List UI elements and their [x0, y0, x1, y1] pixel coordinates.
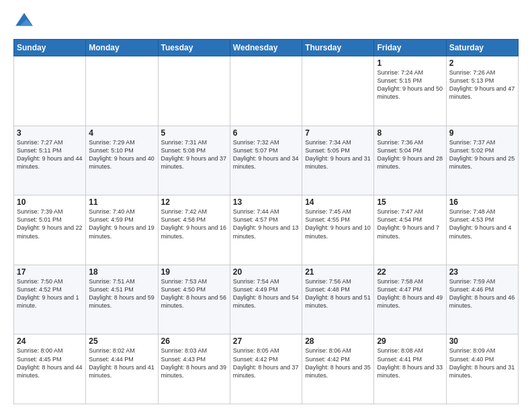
- day-number: 19: [161, 267, 227, 277]
- day-info: Sunrise: 7:24 AM Sunset: 5:15 PM Dayligh…: [377, 68, 443, 101]
- day-info: Sunrise: 7:26 AM Sunset: 5:13 PM Dayligh…: [449, 68, 515, 101]
- day-info: Sunrise: 7:37 AM Sunset: 5:02 PM Dayligh…: [449, 138, 515, 171]
- day-number: 25: [89, 336, 154, 346]
- calendar-header-friday: Friday: [374, 40, 446, 56]
- calendar-week-4: 17Sunrise: 7:50 AM Sunset: 4:52 PM Dayli…: [14, 265, 519, 334]
- day-number: 14: [305, 197, 371, 207]
- day-number: 30: [449, 336, 515, 346]
- calendar-cell: 3Sunrise: 7:27 AM Sunset: 5:11 PM Daylig…: [14, 126, 86, 195]
- calendar-cell: 24Sunrise: 8:00 AM Sunset: 4:45 PM Dayli…: [14, 334, 86, 404]
- calendar-cell: 30Sunrise: 8:09 AM Sunset: 4:40 PM Dayli…: [446, 334, 518, 404]
- day-number: 27: [233, 336, 299, 346]
- day-info: Sunrise: 7:45 AM Sunset: 4:55 PM Dayligh…: [305, 208, 371, 240]
- day-info: Sunrise: 7:51 AM Sunset: 4:51 PM Dayligh…: [89, 277, 154, 310]
- calendar-cell: 1Sunrise: 7:24 AM Sunset: 5:15 PM Daylig…: [374, 56, 446, 126]
- day-number: 21: [305, 267, 371, 277]
- calendar-cell: 22Sunrise: 7:58 AM Sunset: 4:47 PM Dayli…: [374, 265, 446, 334]
- day-number: 9: [449, 128, 515, 138]
- day-info: Sunrise: 8:02 AM Sunset: 4:44 PM Dayligh…: [89, 347, 154, 379]
- calendar-week-5: 24Sunrise: 8:00 AM Sunset: 4:45 PM Dayli…: [14, 334, 519, 404]
- calendar-cell: 20Sunrise: 7:54 AM Sunset: 4:49 PM Dayli…: [230, 265, 302, 334]
- calendar-cell: 10Sunrise: 7:39 AM Sunset: 5:01 PM Dayli…: [14, 195, 86, 265]
- day-number: 23: [449, 267, 515, 277]
- calendar-cell: [230, 56, 302, 126]
- day-number: 24: [17, 336, 83, 346]
- calendar-cell: 26Sunrise: 8:03 AM Sunset: 4:43 PM Dayli…: [158, 334, 230, 404]
- day-info: Sunrise: 7:34 AM Sunset: 5:05 PM Dayligh…: [305, 138, 371, 171]
- calendar-cell: 2Sunrise: 7:26 AM Sunset: 5:13 PM Daylig…: [446, 56, 518, 126]
- day-info: Sunrise: 7:48 AM Sunset: 4:53 PM Dayligh…: [449, 208, 515, 240]
- calendar-cell: 17Sunrise: 7:50 AM Sunset: 4:52 PM Dayli…: [14, 265, 86, 334]
- day-number: 16: [449, 197, 515, 207]
- calendar-cell: 9Sunrise: 7:37 AM Sunset: 5:02 PM Daylig…: [446, 126, 518, 195]
- day-info: Sunrise: 7:50 AM Sunset: 4:52 PM Dayligh…: [17, 277, 83, 310]
- day-info: Sunrise: 7:44 AM Sunset: 4:57 PM Dayligh…: [233, 208, 299, 240]
- calendar-cell: 14Sunrise: 7:45 AM Sunset: 4:55 PM Dayli…: [302, 195, 374, 265]
- calendar-cell: 5Sunrise: 7:31 AM Sunset: 5:08 PM Daylig…: [158, 126, 230, 195]
- day-number: 3: [17, 128, 83, 138]
- calendar-cell: 16Sunrise: 7:48 AM Sunset: 4:53 PM Dayli…: [446, 195, 518, 265]
- calendar-header-thursday: Thursday: [302, 40, 374, 56]
- day-number: 6: [233, 128, 299, 138]
- day-number: 15: [377, 197, 443, 207]
- calendar: SundayMondayTuesdayWednesdayThursdayFrid…: [13, 39, 519, 404]
- day-info: Sunrise: 7:58 AM Sunset: 4:47 PM Dayligh…: [377, 277, 443, 310]
- day-info: Sunrise: 8:06 AM Sunset: 4:42 PM Dayligh…: [305, 347, 371, 379]
- day-number: 20: [233, 267, 299, 277]
- day-info: Sunrise: 7:29 AM Sunset: 5:10 PM Dayligh…: [89, 138, 154, 171]
- calendar-week-1: 1Sunrise: 7:24 AM Sunset: 5:15 PM Daylig…: [14, 56, 519, 126]
- page: SundayMondayTuesdayWednesdayThursdayFrid…: [0, 0, 532, 411]
- calendar-cell: [158, 56, 230, 126]
- calendar-header-saturday: Saturday: [446, 40, 518, 56]
- calendar-cell: 6Sunrise: 7:32 AM Sunset: 5:07 PM Daylig…: [230, 126, 302, 195]
- day-number: 11: [89, 197, 154, 207]
- day-info: Sunrise: 7:31 AM Sunset: 5:08 PM Dayligh…: [161, 138, 227, 171]
- calendar-cell: 4Sunrise: 7:29 AM Sunset: 5:10 PM Daylig…: [86, 126, 158, 195]
- calendar-cell: 28Sunrise: 8:06 AM Sunset: 4:42 PM Dayli…: [302, 334, 374, 404]
- day-info: Sunrise: 8:09 AM Sunset: 4:40 PM Dayligh…: [449, 347, 515, 379]
- calendar-cell: 11Sunrise: 7:40 AM Sunset: 4:59 PM Dayli…: [86, 195, 158, 265]
- day-number: 10: [17, 197, 83, 207]
- day-info: Sunrise: 7:59 AM Sunset: 4:46 PM Dayligh…: [449, 277, 515, 310]
- logo-icon: [13, 11, 35, 32]
- calendar-cell: 8Sunrise: 7:36 AM Sunset: 5:04 PM Daylig…: [374, 126, 446, 195]
- calendar-cell: 23Sunrise: 7:59 AM Sunset: 4:46 PM Dayli…: [446, 265, 518, 334]
- day-info: Sunrise: 8:03 AM Sunset: 4:43 PM Dayligh…: [161, 347, 227, 379]
- day-info: Sunrise: 8:00 AM Sunset: 4:45 PM Dayligh…: [17, 347, 83, 379]
- day-number: 12: [161, 197, 227, 207]
- day-info: Sunrise: 7:39 AM Sunset: 5:01 PM Dayligh…: [17, 208, 83, 240]
- day-number: 13: [233, 197, 299, 207]
- calendar-header-wednesday: Wednesday: [230, 40, 302, 56]
- calendar-header-tuesday: Tuesday: [158, 40, 230, 56]
- day-info: Sunrise: 7:40 AM Sunset: 4:59 PM Dayligh…: [89, 208, 154, 240]
- day-info: Sunrise: 7:27 AM Sunset: 5:11 PM Dayligh…: [17, 138, 83, 171]
- calendar-header-monday: Monday: [86, 40, 158, 56]
- calendar-cell: 19Sunrise: 7:53 AM Sunset: 4:50 PM Dayli…: [158, 265, 230, 334]
- calendar-week-2: 3Sunrise: 7:27 AM Sunset: 5:11 PM Daylig…: [14, 126, 519, 195]
- day-number: 5: [161, 128, 227, 138]
- calendar-cell: 13Sunrise: 7:44 AM Sunset: 4:57 PM Dayli…: [230, 195, 302, 265]
- day-number: 7: [305, 128, 371, 138]
- day-info: Sunrise: 7:42 AM Sunset: 4:58 PM Dayligh…: [161, 208, 227, 240]
- day-number: 17: [17, 267, 83, 277]
- calendar-cell: 21Sunrise: 7:56 AM Sunset: 4:48 PM Dayli…: [302, 265, 374, 334]
- day-number: 18: [89, 267, 154, 277]
- calendar-cell: 18Sunrise: 7:51 AM Sunset: 4:51 PM Dayli…: [86, 265, 158, 334]
- day-number: 29: [377, 336, 443, 346]
- logo: [13, 11, 38, 32]
- day-number: 1: [377, 58, 443, 68]
- day-info: Sunrise: 7:47 AM Sunset: 4:54 PM Dayligh…: [377, 208, 443, 240]
- calendar-cell: 27Sunrise: 8:05 AM Sunset: 4:42 PM Dayli…: [230, 334, 302, 404]
- calendar-cell: [302, 56, 374, 126]
- day-info: Sunrise: 8:08 AM Sunset: 4:41 PM Dayligh…: [377, 347, 443, 379]
- calendar-cell: [86, 56, 158, 126]
- day-number: 28: [305, 336, 371, 346]
- day-info: Sunrise: 7:32 AM Sunset: 5:07 PM Dayligh…: [233, 138, 299, 171]
- day-number: 8: [377, 128, 443, 138]
- calendar-cell: 29Sunrise: 8:08 AM Sunset: 4:41 PM Dayli…: [374, 334, 446, 404]
- day-info: Sunrise: 7:53 AM Sunset: 4:50 PM Dayligh…: [161, 277, 227, 310]
- day-info: Sunrise: 7:36 AM Sunset: 5:04 PM Dayligh…: [377, 138, 443, 171]
- calendar-header-row: SundayMondayTuesdayWednesdayThursdayFrid…: [14, 40, 519, 56]
- calendar-header-sunday: Sunday: [14, 40, 86, 56]
- day-info: Sunrise: 7:56 AM Sunset: 4:48 PM Dayligh…: [305, 277, 371, 310]
